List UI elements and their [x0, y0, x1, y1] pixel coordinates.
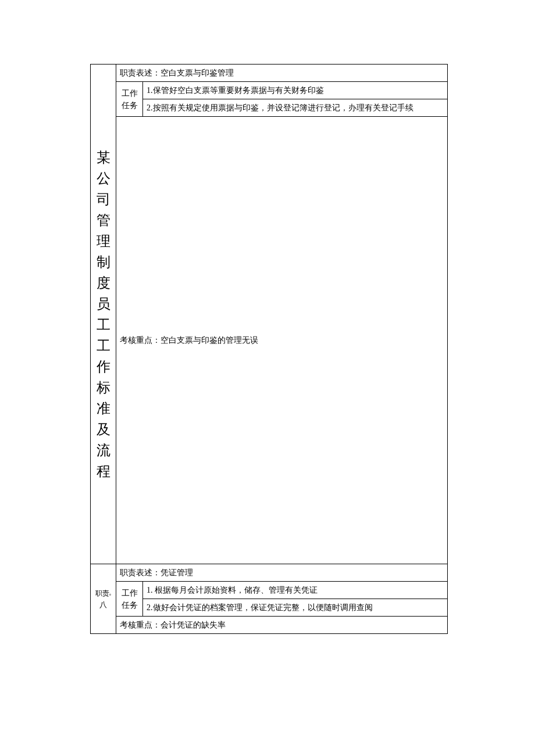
section2-task2: 2.做好会计凭证的档案管理，保证凭证完整，以便随时调用查阅 — [143, 599, 448, 617]
section1-task2: 2.按照有关规定使用票据与印鉴，并设登记簿进行登记，办理有关登记手续 — [143, 99, 448, 117]
section1-task1: 1.保管好空白支票等重要财务票据与有关财务印鉴 — [143, 82, 448, 99]
section2-task1: 1. 根据每月会计原始资料，储存、管理有关凭证 — [143, 582, 448, 599]
section2-left-label: 职责₈ 八 — [91, 564, 116, 634]
main-table: 某公司管理制度员工工作标准及流程 职责表述：空白支票与印鉴管理 工作任务 1.保… — [90, 64, 448, 634]
section2-duty-description: 职责表述：凭证管理 — [116, 564, 448, 582]
section2-assessment: 考核重点：会计凭证的缺失率 — [116, 617, 448, 634]
section2-left-label-line2: 八 — [99, 600, 107, 609]
section1-task-label: 工作任务 — [116, 82, 143, 117]
section2-task-label: 工作任务 — [116, 582, 143, 617]
vertical-title-text: 某公司管理制度员工工作标准及流程 — [94, 147, 112, 482]
section1-assessment: 考核重点：空白支票与印鉴的管理无误 — [116, 117, 448, 564]
vertical-title-cell: 某公司管理制度员工工作标准及流程 — [91, 65, 116, 564]
section2-left-label-line1: 职责 — [95, 589, 109, 597]
document-page: 某公司管理制度员工工作标准及流程 职责表述：空白支票与印鉴管理 工作任务 1.保… — [0, 0, 535, 634]
section1-duty-description: 职责表述：空白支票与印鉴管理 — [116, 65, 448, 82]
